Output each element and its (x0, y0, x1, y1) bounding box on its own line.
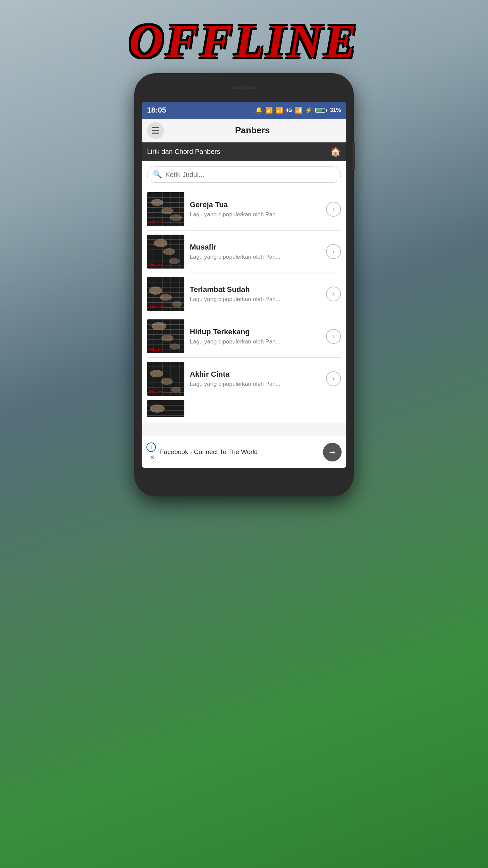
svg-point-25 (154, 239, 167, 247)
song-info: Hidup Terkekang Lagu yang dipopulerkan o… (190, 328, 323, 345)
svg-point-68 (161, 378, 173, 385)
song-thumbnail: Panbers (147, 235, 184, 269)
song-arrow-button[interactable]: › (326, 244, 341, 259)
lightning-icon: ⚡ (305, 106, 312, 114)
list-item[interactable]: Panbers Musafir Lagu yang dipopulerkan o… (147, 231, 341, 273)
thumbnail-label: Panbers (148, 262, 163, 267)
app-title: Panbers (164, 125, 341, 136)
list-item[interactable]: Panbers Hidup Terkekang Lagu yang dipopu… (147, 315, 341, 358)
chevron-right-icon: › (332, 247, 334, 256)
signal-icon-2: 📶 (295, 106, 302, 114)
song-title: Gereja Tua (190, 200, 323, 209)
status-time: 18:05 (147, 106, 166, 115)
network-4g: 4G (286, 107, 292, 113)
ad-text-block: Facebook - Connect To The World (160, 448, 320, 456)
song-desc: Lagu yang dipopulerkan oleh Pan... (190, 338, 323, 345)
song-thumbnail (147, 400, 184, 417)
song-info: Musafir Lagu yang dipopulerkan oleh Pan.… (190, 243, 323, 260)
home-icon[interactable]: 🏠 (330, 146, 341, 157)
svg-point-69 (171, 387, 181, 393)
svg-point-40 (160, 294, 172, 301)
svg-point-27 (169, 258, 180, 264)
search-icon: 🔍 (153, 170, 162, 179)
song-title: Musafir (190, 243, 323, 252)
offline-label: OFFLINE (129, 14, 359, 68)
search-input[interactable] (165, 171, 335, 179)
hamburger-icon (152, 127, 159, 134)
signal-icon: 📶 (276, 106, 283, 114)
list-item[interactable] (147, 400, 341, 417)
chevron-right-icon: › (332, 332, 334, 341)
song-thumbnail: Panbers (147, 362, 184, 396)
list-item[interactable]: Panbers Gereja Tua Lagu yang dipopulerka… (147, 188, 341, 231)
song-info: Gereja Tua Lagu yang dipopulerkan oleh P… (190, 200, 323, 218)
svg-point-39 (149, 287, 162, 295)
thumbnail-label: Panbers (148, 347, 163, 351)
svg-point-11 (151, 199, 163, 206)
ad-arrow-icon: → (328, 447, 337, 457)
song-info: Akhir Cinta Lagu yang dipopulerkan oleh … (190, 370, 323, 388)
thumbnail-label: Panbers (148, 305, 163, 309)
status-icons: 🔔 📶 📶 4G 📶 ⚡ 31% (255, 106, 341, 114)
song-arrow-button[interactable]: › (326, 371, 341, 386)
song-desc: Lagu yang dipopulerkan oleh Pan... (190, 211, 323, 218)
phone-speaker (230, 86, 258, 89)
app-bar: Panbers (142, 119, 346, 142)
ad-info-icon: i (146, 442, 156, 452)
list-item[interactable]: Panbers Akhir Cinta Lagu yang dipopulerk… (147, 358, 341, 400)
song-desc: Lagu yang dipopulerkan oleh Pan... (190, 381, 323, 388)
song-desc: Lagu yang dipopulerkan oleh Pan... (190, 254, 323, 260)
song-list: Panbers Gereja Tua Lagu yang dipopulerka… (147, 188, 341, 417)
song-title: Terlambat Sudah (190, 285, 323, 294)
ad-text: Facebook - Connect To The World (160, 448, 320, 456)
song-thumbnail: Panbers (147, 277, 184, 311)
status-bar: 18:05 🔔 📶 📶 4G 📶 ⚡ 31% (142, 102, 346, 119)
thumbnail-label: Panbers (148, 220, 163, 224)
list-item[interactable]: Panbers Terlambat Sudah Lagu yang dipopu… (147, 273, 341, 315)
sub-bar: Lirik dan Chord Panbers 🏠 (142, 142, 346, 161)
phone-side-button (352, 142, 355, 170)
svg-point-53 (151, 322, 166, 330)
notification-icon: 🔔 (255, 106, 263, 114)
song-title: Akhir Cinta (190, 370, 323, 379)
song-title: Hidup Terkekang (190, 328, 323, 336)
thumbnail-label: Panbers (148, 390, 163, 394)
sub-bar-text: Lirik dan Chord Panbers (147, 148, 330, 156)
svg-point-26 (163, 248, 175, 255)
song-arrow-button[interactable]: › (326, 287, 341, 301)
svg-point-74 (150, 405, 165, 413)
song-thumbnail: Panbers (147, 319, 184, 353)
svg-point-67 (150, 370, 163, 377)
chevron-right-icon: › (332, 290, 334, 298)
song-info: Terlambat Sudah Lagu yang dipopulerkan o… (190, 285, 323, 303)
svg-point-54 (161, 335, 174, 341)
svg-point-12 (161, 208, 174, 214)
phone-screen: 18:05 🔔 📶 📶 4G 📶 ⚡ 31% (142, 102, 346, 468)
svg-point-13 (170, 214, 182, 221)
song-arrow-button[interactable]: › (326, 329, 341, 344)
battery-percent: 31% (330, 107, 341, 113)
ad-arrow-button[interactable]: → (323, 443, 342, 461)
ad-close-icon[interactable]: ✕ (148, 453, 156, 461)
menu-button[interactable] (147, 122, 164, 139)
song-desc: Lagu yang dipopulerkan oleh Pan... (190, 296, 323, 303)
svg-point-55 (169, 343, 180, 350)
ad-banner: i ✕ Facebook - Connect To The World → (142, 436, 346, 468)
phone-frame: 18:05 🔔 📶 📶 4G 📶 ⚡ 31% (136, 75, 352, 495)
search-bar[interactable]: 🔍 (147, 166, 341, 183)
battery-indicator (315, 108, 327, 113)
chevron-right-icon: › (332, 205, 334, 214)
svg-point-41 (172, 301, 182, 307)
song-arrow-button[interactable]: › (326, 202, 341, 217)
main-content: 🔍 (142, 161, 346, 422)
song-thumbnail: Panbers (147, 192, 184, 226)
guitar-image (147, 400, 184, 417)
chevron-right-icon: › (332, 374, 334, 383)
wifi-icon: 📶 (265, 106, 273, 114)
